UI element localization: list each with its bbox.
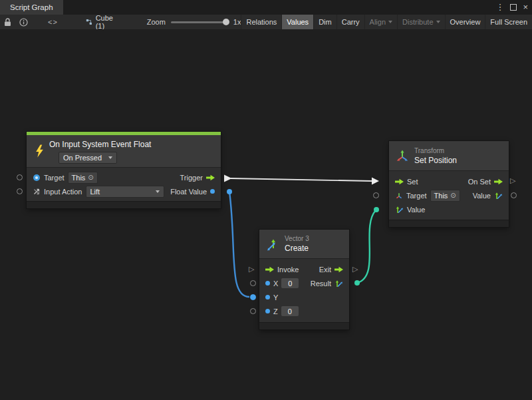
maximize-icon[interactable]	[510, 4, 517, 11]
object-picker-icon[interactable]: ⊙	[450, 192, 456, 199]
vector3-z-row: Z 0	[259, 304, 349, 318]
lightning-icon	[34, 144, 45, 158]
event-mode-value: On Pressed	[63, 154, 102, 162]
node-transform-set-position[interactable]: Transform Set Position Set On Set	[389, 141, 509, 227]
graph-target-label: Cube (1)	[96, 14, 119, 30]
target-object-value: This	[72, 174, 86, 182]
zoom-control: Zoom 1x	[147, 18, 241, 26]
transform-node-title: Set Position	[414, 156, 457, 165]
info-button[interactable]	[15, 15, 32, 29]
port-on-set-out-triangle[interactable]: ▷	[510, 176, 515, 185]
info-icon	[19, 18, 28, 27]
transform-target-label: Target	[406, 192, 427, 200]
chevron-down-icon	[388, 21, 392, 23]
lock-button[interactable]	[0, 15, 15, 29]
transform-node-header[interactable]: Transform Set Position	[389, 141, 509, 171]
align-dropdown-button[interactable]: Align	[364, 15, 397, 29]
target-object-field[interactable]: This ⊙	[68, 172, 98, 184]
chevron-down-icon	[156, 190, 160, 193]
x-port[interactable]	[265, 281, 270, 286]
port-event-target-in[interactable]	[17, 174, 23, 180]
transform-set-row: Set On Set	[389, 174, 509, 188]
lock-icon	[4, 18, 11, 27]
kebab-menu-icon[interactable]: ⋮	[495, 0, 504, 15]
flow-arrow-icon[interactable]	[395, 178, 404, 185]
transform-target-row: Target This ⊙ Value	[389, 188, 509, 202]
node-vector3-create[interactable]: Vector 3 Create Invoke Exit	[259, 230, 349, 329]
vector3-icon	[266, 238, 279, 251]
transform-target-object-field[interactable]: This ⊙	[430, 190, 460, 202]
vector3-value-in-icon[interactable]	[395, 205, 404, 214]
transform-type-mini-icon	[395, 192, 403, 200]
event-target-row: Target This ⊙ Trigger	[27, 170, 221, 184]
wire-result-to-value[interactable]	[354, 207, 379, 286]
relations-button[interactable]: Relations	[241, 15, 281, 29]
flow-arrow-icon[interactable]	[265, 266, 274, 273]
y-port[interactable]	[265, 295, 270, 300]
node-footer	[259, 322, 349, 329]
vector3-value-out-icon[interactable]	[494, 191, 503, 200]
port-x-in[interactable]	[250, 280, 256, 286]
wire-trigger-to-set[interactable]	[224, 175, 379, 185]
vector3-type-label: Vector 3	[285, 235, 309, 242]
target-label: Target	[44, 174, 65, 182]
transform-icon	[396, 149, 409, 162]
event-mode-dropdown[interactable]: On Pressed	[59, 152, 117, 164]
vector3-invoke-row: Invoke Exit	[259, 262, 349, 276]
vector3-y-row: Y	[259, 290, 349, 304]
event-node-title: On Input System Event Float	[49, 140, 214, 149]
code-icon: <>	[48, 18, 58, 26]
graph-target-breadcrumb[interactable]: Cube (1)	[86, 14, 119, 30]
flow-arrow-icon[interactable]	[334, 266, 343, 273]
tab-script-graph[interactable]: Script Graph	[0, 0, 63, 15]
node-footer	[27, 201, 221, 208]
vector3-node-title: Create	[285, 244, 309, 253]
port-exit-out-triangle[interactable]: ▷	[352, 265, 358, 274]
zoom-slider-knob[interactable]	[223, 19, 229, 25]
flow-arrow-icon[interactable]	[494, 178, 503, 185]
event-node-header[interactable]: On Input System Event Float On Pressed	[27, 135, 221, 168]
overview-button[interactable]: Overview	[445, 15, 485, 29]
z-value-field[interactable]: 0	[281, 306, 299, 316]
dim-button[interactable]: Dim	[313, 15, 336, 29]
port-y-in[interactable]	[250, 294, 256, 300]
z-label: Z	[273, 307, 278, 315]
float-value-port[interactable]	[210, 189, 215, 194]
port-transform-target-in[interactable]	[373, 192, 379, 198]
carry-button[interactable]: Carry	[336, 15, 364, 29]
transform-type-label: Transform	[414, 147, 457, 154]
input-action-label: Input Action	[44, 188, 82, 196]
code-view-button[interactable]: <>	[44, 15, 62, 29]
event-input-action-row: Input Action Lift Float Value	[27, 184, 221, 198]
window-titlebar: Script Graph ⋮ ×	[0, 0, 532, 15]
port-invoke-in-triangle[interactable]: ▷	[249, 265, 254, 274]
values-button[interactable]: Values	[281, 15, 313, 29]
graph-toolbar: <> Cube (1) Zoom 1x Relations Values Dim…	[0, 15, 532, 30]
close-icon[interactable]: ×	[523, 0, 528, 15]
input-action-type-icon	[33, 188, 41, 196]
flow-arrow-icon[interactable]	[206, 174, 215, 181]
y-label: Y	[273, 294, 278, 301]
input-action-dropdown[interactable]: Lift	[86, 186, 164, 198]
vector3-result-icon[interactable]	[334, 279, 343, 288]
vector3-node-header[interactable]: Vector 3 Create	[259, 230, 349, 259]
z-port[interactable]	[265, 309, 270, 313]
x-value-field[interactable]: 0	[281, 278, 299, 288]
port-z-in[interactable]	[250, 308, 256, 314]
object-picker-icon[interactable]: ⊙	[88, 174, 93, 181]
node-on-input-system-event-float[interactable]: On Input System Event Float On Pressed T…	[27, 132, 221, 208]
port-transform-value-out[interactable]	[511, 192, 517, 198]
vector3-x-row: X 0 Result	[259, 276, 349, 290]
port-event-input-action-in[interactable]	[17, 188, 23, 194]
zoom-slider[interactable]	[171, 21, 228, 23]
wire-floatvalue-to-y[interactable]	[227, 189, 249, 297]
float-value-label: Float Value	[170, 188, 207, 196]
distribute-dropdown-button[interactable]: Distribute	[397, 15, 444, 29]
chevron-down-icon	[436, 21, 440, 23]
fullscreen-button[interactable]: Full Screen	[485, 15, 532, 29]
graph-canvas[interactable]: On Input System Event Float On Pressed T…	[0, 29, 532, 400]
result-label: Result	[311, 280, 331, 288]
invoke-label: Invoke	[277, 266, 299, 274]
value-in-label: Value	[407, 206, 425, 214]
node-footer	[389, 220, 509, 227]
